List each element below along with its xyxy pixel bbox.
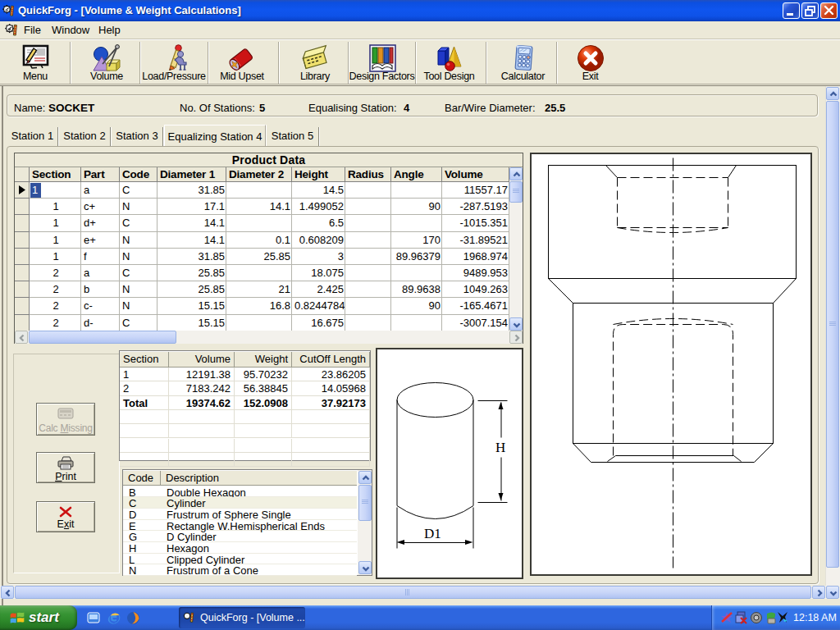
svg-text:H: H — [495, 440, 505, 455]
svg-text:D1: D1 — [424, 526, 441, 541]
